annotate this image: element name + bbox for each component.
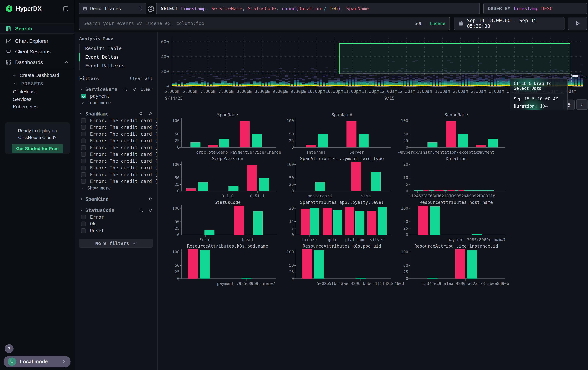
checkbox-unchecked[interactable]	[81, 118, 86, 123]
mini-y-tick-label: 0	[282, 145, 294, 150]
mini-x-tick-mark	[333, 235, 333, 237]
sql-select-input[interactable]: SELECT Timestamp, ServiceName, StatusCod…	[156, 3, 480, 14]
filter-option-row[interactable]: Unset	[79, 227, 153, 234]
get-started-button[interactable]: Get Started for Free	[11, 144, 63, 153]
gear-icon[interactable]	[147, 5, 155, 12]
order-by-input[interactable]: ORDER BY Timestamp DESC	[483, 3, 587, 14]
chevron-down-icon[interactable]	[79, 87, 84, 91]
filter-option-row[interactable]: Error: The credit card (…	[79, 137, 153, 144]
mini-y-tick-label: 100	[168, 206, 179, 210]
search-icon[interactable]	[139, 208, 144, 213]
mode-toggle-lucene[interactable]: Lucene	[430, 21, 445, 26]
filter-group-header-statuscode[interactable]: StatusCode	[79, 207, 153, 214]
search-input[interactable]: Search your events w/ Lucene ex. column:…	[79, 17, 450, 30]
chevron-right-icon[interactable]	[79, 197, 84, 201]
filter-option-label: Error: The credit card (…	[90, 172, 160, 177]
filter-option-row[interactable]: Error: The credit card (…	[79, 178, 153, 185]
selection-box[interactable]	[339, 43, 570, 74]
footer-label: Show more	[87, 185, 111, 190]
mini-chart-title: StatusCode	[181, 200, 274, 205]
filter-group-header-spankind[interactable]: SpanKind	[79, 196, 153, 202]
run-query-button[interactable]	[568, 17, 587, 30]
filter-group-header-spanname[interactable]: SpanName	[79, 110, 153, 117]
checkbox-unchecked[interactable]	[81, 125, 86, 130]
checkbox-unchecked[interactable]	[81, 215, 86, 220]
mini-x-tick-label: mastercard	[307, 194, 332, 198]
analysis-mode-option-event-patterns[interactable]: Event Patterns	[79, 61, 153, 70]
sidebar-item-clickhouse[interactable]: ClickHouse	[0, 88, 74, 96]
checkbox-unchecked[interactable]	[81, 139, 86, 143]
sidebar-item-services[interactable]: Services	[0, 95, 74, 103]
mini-chart-title: ResourceAttributes.host.name	[410, 200, 503, 205]
filter-option-row[interactable]: Error: The credit card (…	[79, 164, 153, 171]
bar-green	[252, 134, 262, 147]
checkbox-unchecked[interactable]	[81, 228, 86, 233]
filter-group-header-servicename[interactable]: ServiceNameClear	[79, 86, 153, 93]
filter-option-row[interactable]: Ok	[79, 220, 153, 227]
load-more-button[interactable]: Load more	[79, 100, 153, 106]
checkbox-unchecked[interactable]	[81, 221, 86, 226]
search-icon[interactable]	[123, 87, 128, 92]
checkbox-unchecked[interactable]	[81, 172, 86, 177]
mini-y-tick-mark	[409, 265, 410, 266]
checkbox-unchecked[interactable]	[81, 166, 86, 170]
checkbox-checked[interactable]	[81, 94, 86, 99]
time-range-picker[interactable]: Sep 14 18:00:00 - Sep 15 05:30:00	[454, 17, 565, 30]
clear-all-button[interactable]: Clear all	[130, 76, 153, 81]
mini-y-tick-label: 100	[282, 250, 294, 254]
checkbox-unchecked[interactable]	[81, 145, 86, 150]
chevron-down-icon[interactable]	[79, 208, 84, 212]
presets-toggle[interactable]: PRESETS	[0, 80, 74, 88]
chevron-down-icon[interactable]	[79, 112, 84, 116]
filter-group-name: StatusCode	[85, 208, 135, 213]
app-title: HyperDX	[16, 5, 63, 12]
source-select[interactable]: Demo Traces	[79, 3, 146, 14]
checkbox-unchecked[interactable]	[81, 159, 86, 163]
mini-x-tick-label: payment-7985c8969c-mwmw7	[447, 238, 505, 242]
show-more-button[interactable]: Show more	[79, 185, 153, 191]
chevron-down-icon	[13, 81, 17, 86]
mini-y-tick-label: 0	[282, 232, 294, 237]
create-dashboard-button[interactable]: Create Dashboard	[0, 71, 74, 79]
help-button[interactable]: ?	[5, 344, 13, 353]
filter-group-clear-button[interactable]: Clear	[141, 87, 153, 92]
checkbox-unchecked[interactable]	[81, 132, 86, 136]
filter-option-row[interactable]: Error: The credit card (…	[79, 144, 153, 151]
local-mode-button[interactable]: U Local mode	[4, 356, 71, 367]
next-page-button[interactable]: ›	[576, 100, 588, 110]
filter-option-row[interactable]: Error: The credit card (…	[79, 124, 153, 131]
sidebar-item-chart-explorer[interactable]: Chart Explorer	[0, 36, 74, 46]
filter-option-row[interactable]: Error: The credit card (…	[79, 117, 153, 124]
search-icon[interactable]	[139, 111, 144, 116]
pin-icon[interactable]	[132, 87, 137, 92]
pin-icon[interactable]	[148, 111, 153, 116]
mode-separator: |	[425, 21, 427, 26]
filter-option-row[interactable]: Error: The credit card (…	[79, 151, 153, 158]
mini-y-tick-label: 100	[282, 118, 294, 123]
bar-green	[488, 139, 498, 147]
sidebar-item-client-sessions[interactable]: Client Sessions	[0, 47, 74, 57]
pin-icon[interactable]	[148, 208, 153, 213]
checkbox-unchecked[interactable]	[81, 152, 86, 157]
filter-option-row[interactable]: payment	[79, 93, 153, 100]
chevron-up-icon[interactable]	[64, 60, 69, 65]
mode-toggle-sql[interactable]: SQL	[415, 21, 422, 26]
sidebar-item-search[interactable]: Search	[0, 24, 74, 34]
analysis-mode-option-results-table[interactable]: Results Table	[79, 44, 153, 53]
mini-x-tick-mark	[246, 279, 246, 280]
filter-option-row[interactable]: Error: The credit card (…	[79, 171, 153, 178]
filter-option-row[interactable]: Error: The credit card (…	[79, 158, 153, 164]
search-list-icon	[5, 26, 11, 32]
filter-option-label: Error: The credit card (…	[90, 131, 160, 137]
checkbox-unchecked[interactable]	[81, 179, 86, 184]
filter-option-row[interactable]: Error	[79, 214, 153, 220]
sidebar-item-dashboards[interactable]: Dashboards	[0, 57, 74, 67]
sidebar-collapse-icon[interactable]	[63, 5, 69, 12]
pin-icon[interactable]	[148, 197, 153, 201]
mini-y-tick-mark	[409, 140, 410, 141]
sql-query-text: SELECT Timestamp, ServiceName, StatusCod…	[161, 6, 369, 11]
analysis-mode-option-event-deltas[interactable]: Event Deltas	[79, 53, 153, 61]
more-filters-button[interactable]: More filters	[79, 239, 153, 248]
filter-option-row[interactable]: Error: The credit card (…	[79, 131, 153, 137]
sidebar-item-kubernetes[interactable]: Kubernetes	[0, 103, 74, 111]
